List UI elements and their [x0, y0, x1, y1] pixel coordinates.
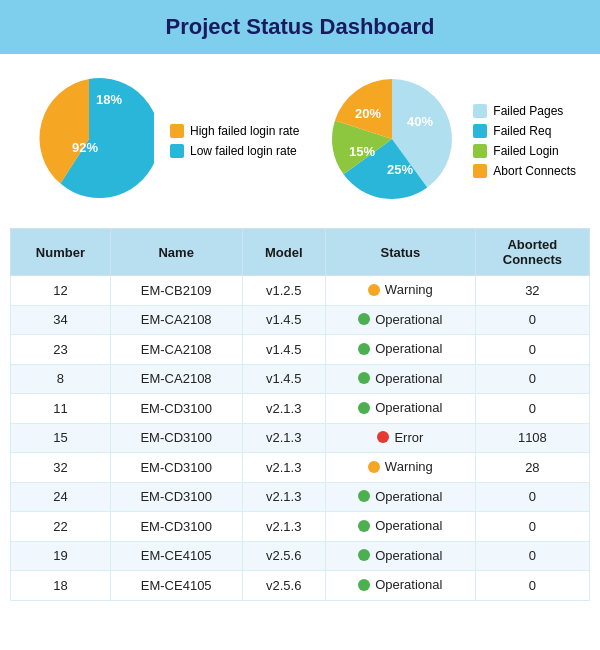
legend-color [473, 124, 487, 138]
cell-number: 23 [11, 335, 111, 365]
svg-text:40%: 40% [407, 114, 433, 129]
table-row: 19 EM-CE4105 v2.5.6 Operational 0 [11, 541, 590, 571]
table-row: 22 EM-CD3100 v2.1.3 Operational 0 [11, 512, 590, 542]
cell-name: EM-CD3100 [110, 423, 242, 453]
cell-status: Operational [325, 512, 475, 542]
table-row: 12 EM-CB2109 v1.2.5 Warning 32 [11, 276, 590, 306]
cell-name: EM-CE4105 [110, 541, 242, 571]
cell-aborted: 0 [475, 335, 589, 365]
cell-name: EM-CE4105 [110, 571, 242, 601]
page-title: Project Status Dashboard [166, 14, 435, 39]
cell-number: 32 [11, 453, 111, 483]
chart2-pie: 40% 25% 15% 20% [327, 74, 457, 208]
cell-status: Operational [325, 571, 475, 601]
cell-model: v2.1.3 [242, 423, 325, 453]
legend-item: Low failed login rate [170, 144, 299, 158]
status-label: Operational [375, 518, 442, 533]
chart2-legend: Failed Pages Failed Req Failed Login Abo… [473, 104, 576, 178]
cell-number: 15 [11, 423, 111, 453]
legend-item: Failed Login [473, 144, 576, 158]
status-badge: Warning [368, 459, 433, 474]
status-label: Operational [375, 312, 442, 327]
legend-color [170, 144, 184, 158]
legend-label: Failed Pages [493, 104, 563, 118]
legend-color [473, 104, 487, 118]
status-badge: Operational [358, 341, 442, 356]
cell-model: v2.5.6 [242, 571, 325, 601]
cell-status: Warning [325, 453, 475, 483]
status-dot [358, 549, 370, 561]
table-row: 32 EM-CD3100 v2.1.3 Warning 28 [11, 453, 590, 483]
col-name: Name [110, 229, 242, 276]
col-number: Number [11, 229, 111, 276]
cell-aborted: 28 [475, 453, 589, 483]
table-row: 8 EM-CA2108 v1.4.5 Operational 0 [11, 364, 590, 394]
cell-model: v1.2.5 [242, 276, 325, 306]
cell-name: EM-CD3100 [110, 512, 242, 542]
cell-number: 19 [11, 541, 111, 571]
status-table: Number Name Model Status AbortedConnects… [10, 228, 590, 601]
cell-number: 8 [11, 364, 111, 394]
status-dot [358, 490, 370, 502]
legend-item: High failed login rate [170, 124, 299, 138]
cell-aborted: 0 [475, 394, 589, 424]
charts-section: 92% 18% High failed login rate Low faile… [0, 54, 600, 218]
status-badge: Operational [358, 371, 442, 386]
status-label: Operational [375, 548, 442, 563]
cell-model: v2.1.3 [242, 512, 325, 542]
status-dot [358, 402, 370, 414]
status-badge: Operational [358, 489, 442, 504]
cell-name: EM-CB2109 [110, 276, 242, 306]
status-badge: Operational [358, 400, 442, 415]
col-status: Status [325, 229, 475, 276]
page-header: Project Status Dashboard [0, 0, 600, 54]
legend-color [170, 124, 184, 138]
cell-model: v2.1.3 [242, 394, 325, 424]
cell-model: v2.5.6 [242, 541, 325, 571]
cell-number: 22 [11, 512, 111, 542]
status-label: Operational [375, 341, 442, 356]
col-aborted: AbortedConnects [475, 229, 589, 276]
status-badge: Warning [368, 282, 433, 297]
status-dot [358, 579, 370, 591]
legend-label: High failed login rate [190, 124, 299, 138]
cell-aborted: 0 [475, 512, 589, 542]
status-badge: Operational [358, 312, 442, 327]
cell-status: Operational [325, 364, 475, 394]
cell-model: v1.4.5 [242, 305, 325, 335]
cell-name: EM-CD3100 [110, 482, 242, 512]
chart1-legend: High failed login rate Low failed login … [170, 124, 299, 158]
cell-number: 34 [11, 305, 111, 335]
status-label: Warning [385, 282, 433, 297]
cell-model: v2.1.3 [242, 482, 325, 512]
status-label: Operational [375, 371, 442, 386]
chart2-container: 40% 25% 15% 20% Failed Pages Failed Req … [327, 74, 576, 208]
cell-status: Operational [325, 394, 475, 424]
legend-label: Abort Connects [493, 164, 576, 178]
cell-number: 11 [11, 394, 111, 424]
status-dot [377, 431, 389, 443]
legend-color [473, 164, 487, 178]
cell-aborted: 0 [475, 541, 589, 571]
cell-aborted: 0 [475, 482, 589, 512]
cell-status: Error [325, 423, 475, 453]
svg-text:25%: 25% [387, 162, 413, 177]
cell-status: Operational [325, 541, 475, 571]
cell-aborted: 1108 [475, 423, 589, 453]
status-dot [358, 313, 370, 325]
cell-status: Operational [325, 305, 475, 335]
legend-label: Failed Login [493, 144, 558, 158]
cell-model: v1.4.5 [242, 364, 325, 394]
table-row: 23 EM-CA2108 v1.4.5 Operational 0 [11, 335, 590, 365]
cell-name: EM-CA2108 [110, 335, 242, 365]
table-row: 24 EM-CD3100 v2.1.3 Operational 0 [11, 482, 590, 512]
status-badge: Error [377, 430, 423, 445]
cell-status: Operational [325, 482, 475, 512]
status-label: Error [394, 430, 423, 445]
svg-text:20%: 20% [355, 106, 381, 121]
cell-aborted: 32 [475, 276, 589, 306]
status-dot [368, 461, 380, 473]
status-dot [358, 372, 370, 384]
cell-name: EM-CD3100 [110, 453, 242, 483]
table-section: Number Name Model Status AbortedConnects… [0, 218, 600, 611]
